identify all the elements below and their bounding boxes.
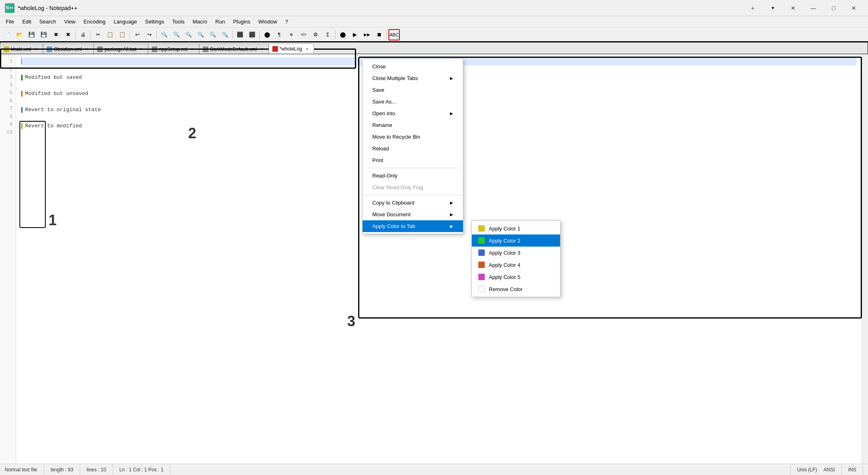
tab-packageall[interactable]: packageAll.bat ✕: [93, 44, 148, 54]
tool-paste[interactable]: 📋: [117, 29, 128, 40]
tool-find-prev[interactable]: 🔍: [183, 29, 194, 40]
ctx-clear-readonly: Clear Read-Only Flag: [363, 182, 463, 193]
tool-run-macro[interactable]: ▶▶: [361, 29, 373, 40]
tab-close-obsidian[interactable]: ✕: [83, 46, 90, 53]
tab-obsidian[interactable]: Obsidian.xml ✕: [43, 44, 93, 54]
tab-icon-packageall: [97, 46, 103, 52]
submenu-color1[interactable]: Apply Color 1: [472, 222, 560, 234]
tool-close-all[interactable]: ✖: [62, 29, 74, 40]
status-position: Ln : 1 Col : 1 Pos : 1: [113, 464, 170, 475]
line-marker-9: [21, 123, 23, 129]
menu-settings[interactable]: Settings: [141, 18, 168, 25]
ctx-readonly[interactable]: Read-Only: [363, 170, 463, 182]
ctx-save[interactable]: Save: [363, 84, 463, 96]
tool-code-fold[interactable]: ⚙: [310, 29, 321, 40]
ctx-apply-color-tab[interactable]: Apply Color to Tab ▶: [363, 220, 463, 232]
submenu-color4[interactable]: Apply Color 4: [472, 259, 560, 271]
submenu-remove-color[interactable]: Remove Color: [472, 283, 560, 295]
tab-nppsetup[interactable]: nppSetup.nsi ✕: [148, 44, 199, 54]
tool-save[interactable]: 💾: [26, 29, 37, 40]
ctx-save-as[interactable]: Save As...: [363, 96, 463, 108]
tool-spell-check[interactable]: ABC: [388, 29, 400, 40]
menu-window[interactable]: Window: [255, 18, 281, 25]
tab-close-packageall[interactable]: ✕: [138, 46, 144, 53]
status-lineending: Unix (LF): [790, 464, 817, 475]
ctx-move-recycle-label: Move to Recycle Bin: [372, 134, 420, 140]
new-tab-button[interactable]: +: [743, 2, 762, 15]
minimize-button[interactable]: —: [804, 2, 823, 15]
submenu-color3[interactable]: Apply Color 3: [472, 247, 560, 259]
tab-icon-khaki: [4, 46, 9, 52]
tool-xml[interactable]: </>: [298, 29, 309, 40]
menu-view[interactable]: View: [60, 18, 80, 25]
ctx-copy-clipboard[interactable]: Copy to Clipboard ▶: [363, 197, 463, 209]
tab-close-darkmode[interactable]: ✕: [259, 46, 265, 53]
tool-show-all[interactable]: ¶: [274, 29, 285, 40]
maximize-button[interactable]: □: [824, 2, 843, 15]
tool-new[interactable]: 📄: [2, 29, 13, 40]
ctx-close-multiple[interactable]: Close Multiple Tabs ▶: [363, 72, 463, 84]
ctx-move-recycle[interactable]: Move to Recycle Bin: [363, 131, 463, 143]
ctx-move-document[interactable]: Move Document ▶: [363, 209, 463, 220]
tool-zoom-in[interactable]: 🔍: [207, 29, 219, 40]
tool-redo[interactable]: ↪: [144, 29, 155, 40]
tool-fullscreen[interactable]: ≡: [286, 29, 297, 40]
submenu-color5[interactable]: Apply Color 5: [472, 271, 560, 283]
tab-khaki[interactable]: khaki.xml ✕: [0, 44, 43, 54]
apply-color-submenu: Apply Color 1 Apply Color 2 Apply Color …: [471, 220, 560, 297]
toolbar-separator-7: [335, 30, 335, 39]
tool-close[interactable]: ✖: [50, 29, 62, 40]
tool-indent[interactable]: ⬛: [234, 29, 246, 40]
toolbar-separator-4: [157, 30, 157, 39]
tool-zoom-out[interactable]: 🔍: [219, 29, 231, 40]
menu-tools[interactable]: Tools: [168, 18, 189, 25]
menu-file[interactable]: File: [2, 18, 18, 25]
tool-wordwrap[interactable]: ⬤: [261, 29, 273, 40]
tab-darkmode[interactable]: DarkModeDefault.xml ✕: [199, 44, 268, 54]
tool-save-all[interactable]: 💾: [38, 29, 49, 40]
tab-close-nppsetup[interactable]: ✕: [189, 46, 195, 53]
color-dot-1: [478, 225, 485, 232]
tool-play-macro[interactable]: ▶: [349, 29, 361, 40]
tool-stop-macro[interactable]: ⏹: [374, 29, 385, 40]
tool-open[interactable]: 📂: [14, 29, 25, 40]
close-right-button[interactable]: ✕: [784, 2, 802, 15]
tab-wholelog[interactable]: *wholeLog ✕: [269, 44, 314, 54]
tool-unindent[interactable]: ⬛: [246, 29, 258, 40]
menu-macro[interactable]: Macro: [189, 18, 211, 25]
ctx-close[interactable]: Close: [363, 61, 463, 72]
tool-undo[interactable]: ↩: [132, 29, 143, 40]
menu-help[interactable]: ?: [281, 18, 292, 25]
tool-copy[interactable]: 📋: [104, 29, 116, 40]
line-text-5: Modified but unsaved: [25, 90, 88, 98]
menu-search[interactable]: Search: [35, 18, 60, 25]
scrollbar-vertical[interactable]: [862, 54, 868, 464]
tab-bar: khaki.xml ✕ Obsidian.xml ✕ packageAll.ba…: [0, 42, 868, 54]
menu-language[interactable]: Language: [110, 18, 141, 25]
tool-cut[interactable]: ✂: [92, 29, 104, 40]
tool-replace[interactable]: 🔍: [195, 29, 206, 40]
status-ins-text: INS: [848, 467, 856, 473]
tool-find-next[interactable]: 🔍: [171, 29, 182, 40]
ctx-open-into[interactable]: Open into ▶: [363, 108, 463, 119]
tab-label-obsidian: Obsidian.xml: [54, 46, 82, 52]
ctx-apply-color-tab-label: Apply Color to Tab: [372, 223, 415, 229]
close-button[interactable]: ✕: [845, 2, 863, 15]
tab-close-khaki[interactable]: ✕: [33, 46, 39, 53]
ctx-print[interactable]: Print: [363, 154, 463, 166]
menu-plugins[interactable]: Plugins: [229, 18, 255, 25]
tool-print[interactable]: 🖨: [77, 29, 89, 40]
menu-run[interactable]: Run: [211, 18, 229, 25]
menu-edit[interactable]: Edit: [18, 18, 35, 25]
tool-record-macro[interactable]: ⬤: [337, 29, 348, 40]
ctx-rename[interactable]: Rename: [363, 119, 463, 131]
menu-encoding[interactable]: Encoding: [80, 18, 110, 25]
status-position-text: Ln : 1 Col : 1 Pos : 1: [119, 467, 163, 473]
ctx-reload[interactable]: Reload: [363, 143, 463, 154]
submenu-color2[interactable]: Apply Color 2: [472, 234, 560, 247]
submenu-color2-label: Apply Color 2: [489, 238, 520, 244]
arrow-button[interactable]: ▼: [764, 2, 782, 15]
tab-close-wholelog[interactable]: ✕: [304, 46, 310, 52]
tool-char-panel[interactable]: Σ: [322, 29, 333, 40]
tool-find[interactable]: 🔍: [159, 29, 170, 40]
